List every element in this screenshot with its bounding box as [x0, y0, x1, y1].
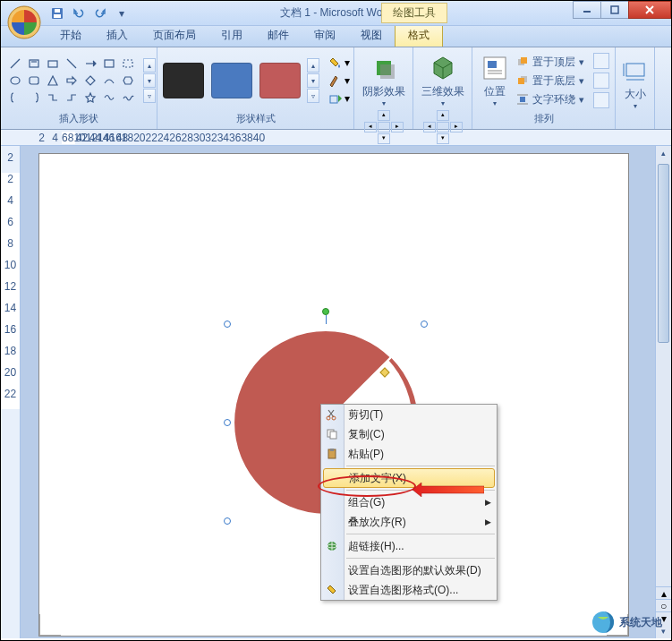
menu-cut[interactable]: 剪切(T)	[321, 405, 497, 424]
menu-paste[interactable]: 粘贴(P)	[321, 444, 497, 464]
3d-effects-button[interactable]: 三维效果 ▾	[420, 51, 466, 110]
maximize-button[interactable]	[600, 1, 629, 19]
shape-curve-icon[interactable]	[100, 73, 118, 89]
text-wrap-button[interactable]: 文字环绕 ▾	[515, 91, 586, 108]
align-icon[interactable]	[593, 53, 609, 69]
shadow-label: 阴影效果	[362, 84, 405, 99]
gallery-more-icon[interactable]: ▿	[143, 89, 156, 103]
menu-format-shape[interactable]: 设置自选图形格式(O)...	[321, 580, 497, 600]
group-label-size	[621, 115, 649, 125]
shape-roundrect-icon[interactable]	[25, 73, 43, 89]
style-swatch-red[interactable]	[259, 63, 301, 98]
shape-oval-icon[interactable]	[6, 73, 24, 89]
shape-outline-icon[interactable]: ▾	[328, 73, 353, 89]
shape-fill-icon[interactable]: ▾	[328, 55, 353, 71]
menu-copy[interactable]: 复制(C)	[321, 424, 497, 444]
tab-view[interactable]: 视图	[348, 24, 395, 47]
scroll-thumb[interactable]	[658, 164, 669, 343]
tilt-down-icon[interactable]: ▾	[437, 133, 449, 144]
tab-references[interactable]: 引用	[208, 24, 255, 47]
shape-hex-icon[interactable]	[119, 73, 137, 89]
menu-set-default[interactable]: 设置自选图形的默认效果(D)	[321, 560, 497, 580]
bring-front-button[interactable]: 置于顶层 ▾	[515, 54, 586, 71]
svg-rect-45	[330, 432, 336, 439]
nudge-down-icon[interactable]: ▾	[378, 133, 390, 144]
tab-mailings[interactable]: 邮件	[255, 24, 302, 47]
office-button[interactable]	[6, 4, 42, 40]
minimize-button[interactable]	[573, 1, 601, 19]
horizontal-ruler[interactable]: 24 6810121416182022242628303234363840 42…	[1, 130, 671, 146]
position-button[interactable]: 位置 ▾	[478, 51, 511, 110]
menu-group[interactable]: 组合(G) ▶	[321, 492, 497, 512]
size-button[interactable]: 大小 ▾	[621, 54, 650, 113]
shape-brace2-icon[interactable]	[25, 90, 43, 106]
close-button[interactable]	[628, 1, 671, 19]
shadow-effects-button[interactable]: 阴影效果 ▾	[361, 51, 407, 110]
shape-arrowr-icon[interactable]	[63, 73, 81, 89]
group-icon[interactable]	[593, 73, 609, 89]
shape-rect-icon[interactable]	[44, 56, 62, 72]
shape-diamond-icon[interactable]	[81, 73, 99, 89]
svg-rect-30	[521, 57, 527, 64]
nudge-left-icon[interactable]: ◂	[364, 122, 377, 132]
shape-scribble-icon[interactable]	[119, 90, 137, 106]
prev-page-icon[interactable]: ▴	[656, 586, 671, 599]
shape-connector1-icon[interactable]	[44, 90, 62, 106]
tab-review[interactable]: 审阅	[302, 24, 348, 47]
shape-line2-icon[interactable]	[63, 56, 81, 72]
shape-triangle-icon[interactable]	[44, 73, 62, 89]
style-up-icon[interactable]: ▴	[307, 58, 319, 73]
tilt-right-icon[interactable]: ▸	[450, 122, 463, 132]
shape-star-icon[interactable]	[81, 90, 99, 106]
save-icon[interactable]	[47, 4, 67, 23]
shape-rect3-icon[interactable]	[119, 56, 137, 72]
tab-format[interactable]: 格式	[395, 23, 443, 47]
change-shape-icon[interactable]: ▾	[328, 90, 353, 107]
style-swatch-black[interactable]	[163, 63, 204, 98]
shapes-gallery[interactable]	[6, 56, 137, 106]
vertical-ruler[interactable]: 2246810121416182022	[1, 146, 21, 638]
nudge-up-icon[interactable]: ▴	[378, 110, 390, 121]
tab-insert[interactable]: 插入	[94, 24, 140, 47]
group-arrange: 位置 ▾ 置于顶层 ▾ 置于底层 ▾ 文字环绕 ▾ 排列	[472, 47, 616, 129]
context-menu: 剪切(T) 复制(C) 粘贴(P) 添加文字(X) 组合(G) ▶ 叠放次序(R…	[320, 404, 498, 601]
nudge-right-icon[interactable]: ▸	[391, 122, 404, 132]
svg-rect-17	[30, 77, 38, 84]
position-label: 位置	[484, 84, 506, 99]
tab-home[interactable]: 开始	[47, 24, 94, 47]
menu-hyperlink[interactable]: 超链接(H)...	[321, 536, 497, 556]
tab-page-layout[interactable]: 页面布局	[140, 24, 208, 47]
gallery-down-icon[interactable]: ▾	[143, 73, 156, 88]
qat-dropdown-icon[interactable]: ▾	[112, 4, 132, 23]
style-down-icon[interactable]: ▾	[307, 73, 319, 88]
style-swatch-blue[interactable]	[211, 63, 252, 98]
watermark: 系统天地	[591, 610, 662, 635]
copy-icon	[325, 427, 339, 441]
tilt-up-icon[interactable]: ▴	[437, 110, 449, 121]
vertical-scrollbar[interactable]: ▴ ▴ ○ ▾ ▾	[655, 146, 671, 638]
group-label-shapes: 插入形状	[6, 110, 151, 125]
shape-rect2-icon[interactable]	[100, 56, 118, 72]
scroll-up-icon[interactable]: ▴	[656, 146, 671, 160]
tilt-left-icon[interactable]: ◂	[423, 122, 436, 132]
gallery-up-icon[interactable]: ▴	[143, 58, 156, 73]
shape-connector2-icon[interactable]	[63, 90, 81, 106]
shape-textbox-icon[interactable]	[25, 56, 43, 72]
style-more-icon[interactable]: ▿	[307, 89, 319, 103]
rotation-handle[interactable]	[322, 308, 329, 315]
shape-freeform-icon[interactable]	[100, 90, 118, 106]
style-gallery[interactable]	[163, 63, 301, 98]
group-shape-styles: ▴ ▾ ▿ ▾ ▾ ▾ 形状样式	[157, 47, 354, 129]
shape-line-icon[interactable]	[6, 56, 24, 72]
menu-add-text[interactable]: 添加文字(X)	[323, 468, 495, 488]
gallery-scroll: ▴ ▾ ▿	[143, 58, 156, 103]
undo-icon[interactable]	[69, 4, 89, 23]
shape-brace-icon[interactable]	[6, 90, 24, 106]
send-back-button[interactable]: 置于底层 ▾	[515, 73, 586, 90]
redo-icon[interactable]	[90, 4, 110, 23]
menu-order[interactable]: 叠放次序(R) ▶	[321, 512, 497, 532]
svg-rect-5	[611, 6, 618, 13]
svg-rect-26	[488, 61, 497, 68]
rotate-icon[interactable]	[593, 92, 609, 108]
shape-arrow-icon[interactable]	[81, 56, 99, 72]
